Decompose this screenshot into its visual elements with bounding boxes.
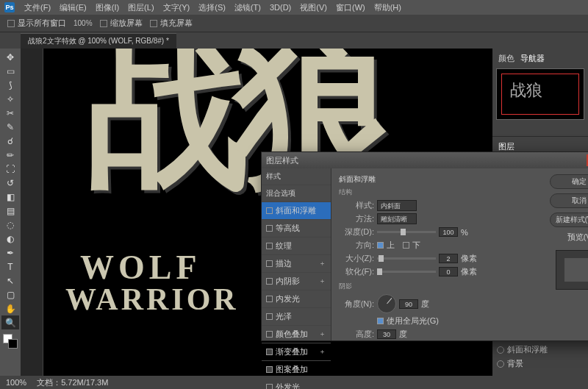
opt-check2[interactable]: [100, 20, 107, 27]
style-item-stroke[interactable]: 描边＋: [262, 255, 331, 273]
soften-value[interactable]: 0: [439, 267, 458, 276]
dir-down-radio[interactable]: [403, 242, 409, 249]
style-label: 样式:: [339, 200, 374, 211]
angle-dial[interactable]: [377, 294, 396, 313]
type-tool[interactable]: T: [1, 260, 19, 274]
style-item-styles[interactable]: 样式: [262, 168, 331, 185]
checkbox-icon[interactable]: [266, 331, 273, 338]
menu-layer[interactable]: 图层(L): [124, 1, 157, 15]
cancel-button[interactable]: 取消: [550, 193, 588, 208]
dialog-titlebar[interactable]: 图层样式 ×: [262, 152, 588, 168]
brush-tool[interactable]: ✏: [1, 148, 19, 162]
checkbox-icon[interactable]: [266, 366, 273, 373]
style-item-satin[interactable]: 光泽: [262, 308, 331, 326]
document-tab[interactable]: 战狼2文字特效 @ 100% (WOLF, RGB/8#) *: [21, 33, 176, 49]
menu-filter[interactable]: 滤镜(T): [231, 1, 265, 15]
depth-slider[interactable]: [377, 231, 436, 233]
zoom-tool[interactable]: 🔍: [1, 315, 19, 329]
layers-tab[interactable]: 图层: [498, 141, 514, 152]
menu-view[interactable]: 视图(V): [296, 1, 331, 15]
heal-tool[interactable]: ☌: [1, 134, 19, 148]
angle-value[interactable]: 90: [399, 299, 418, 309]
style-item-gradoverlay[interactable]: 渐变叠加＋: [262, 343, 331, 361]
menu-help[interactable]: 帮助(H): [370, 1, 405, 15]
opt-check3[interactable]: [150, 20, 157, 27]
checkbox-icon[interactable]: [266, 278, 273, 285]
blur-tool[interactable]: ◌: [1, 218, 19, 232]
zoom-level[interactable]: 100%: [74, 19, 93, 27]
plus-icon[interactable]: ＋: [319, 259, 326, 268]
size-value[interactable]: 2: [439, 254, 458, 263]
style-dropdown[interactable]: 内斜面: [377, 200, 417, 211]
checkbox-icon[interactable]: [266, 313, 273, 320]
method-dropdown[interactable]: 雕刻清晰: [377, 213, 417, 224]
move-tool[interactable]: ✥: [1, 50, 19, 64]
checkbox-icon[interactable]: [266, 225, 273, 232]
opt-check1[interactable]: [7, 20, 15, 27]
path-tool[interactable]: ↖: [1, 274, 19, 288]
ok-button[interactable]: 确定: [550, 174, 588, 189]
pen-tool[interactable]: ✒: [1, 246, 19, 260]
altitude-label: 高度:: [339, 329, 374, 340]
style-item-innerglow[interactable]: 内发光: [262, 290, 331, 308]
plus-icon[interactable]: ＋: [319, 329, 326, 339]
style-item-innershadow[interactable]: 内阴影＋: [262, 273, 331, 290]
plus-icon[interactable]: ＋: [319, 276, 326, 286]
global-light-checkbox[interactable]: [377, 318, 384, 324]
checkbox-icon[interactable]: [266, 349, 273, 355]
altitude-value[interactable]: 30: [377, 329, 396, 339]
menu-edit[interactable]: 编辑(E): [56, 1, 90, 15]
method-label: 方法:: [339, 213, 374, 224]
menu-select[interactable]: 选择(S): [195, 1, 229, 15]
gradient-tool[interactable]: ▤: [1, 204, 19, 218]
wand-tool[interactable]: ✧: [1, 92, 19, 106]
eye-icon[interactable]: [497, 360, 504, 368]
checkbox-icon[interactable]: [266, 296, 273, 302]
nav-tab-color[interactable]: 颜色: [498, 53, 514, 64]
checkbox-icon[interactable]: [266, 207, 273, 214]
size-slider[interactable]: [377, 257, 436, 260]
depth-value[interactable]: 100: [439, 227, 458, 237]
color-swatches[interactable]: [3, 334, 18, 349]
status-zoom[interactable]: 100%: [6, 378, 26, 387]
style-item-coloroverlay[interactable]: 颜色叠加＋: [262, 326, 331, 343]
menu-type[interactable]: 文字(Y): [159, 1, 194, 15]
checkbox-icon[interactable]: [266, 260, 273, 267]
dialog-title: 图层样式: [266, 155, 298, 166]
menu-image[interactable]: 图像(I): [92, 1, 123, 15]
new-style-button[interactable]: 新建样式(W)...: [550, 213, 588, 227]
shape-tool[interactable]: ▢: [1, 288, 19, 301]
crop-tool[interactable]: ✂: [1, 106, 19, 120]
menu-3d[interactable]: 3D(D): [266, 1, 295, 13]
style-item-outerglow[interactable]: 外发光: [262, 379, 331, 389]
style-item-blend[interactable]: 混合选项: [262, 185, 331, 202]
checkbox-icon[interactable]: [266, 384, 273, 389]
stamp-tool[interactable]: ⛶: [1, 162, 19, 176]
nav-tab-navigator[interactable]: 导航器: [520, 53, 545, 64]
navigator-thumb[interactable]: 战狼: [496, 68, 584, 120]
hand-tool[interactable]: ✋: [1, 301, 19, 315]
style-item-patternoverlay[interactable]: 图案叠加: [262, 361, 331, 379]
marquee-tool[interactable]: ▭: [1, 64, 19, 78]
style-item-bevel[interactable]: 斜面和浮雕: [262, 202, 331, 220]
plus-icon[interactable]: ＋: [319, 347, 326, 357]
dodge-tool[interactable]: ◐: [1, 232, 19, 246]
section-shading: 阴影: [339, 282, 538, 291]
dir-up-radio[interactable]: [377, 242, 384, 249]
eyedropper-tool[interactable]: ✎: [1, 120, 19, 134]
opt-label3: 填充屏幕: [160, 18, 193, 29]
style-item-texture[interactable]: 纹理: [262, 238, 331, 255]
eraser-tool[interactable]: ◧: [1, 190, 19, 204]
style-item-contour[interactable]: 等高线: [262, 220, 331, 238]
section-structure: 结构: [339, 188, 538, 197]
history-brush-tool[interactable]: ↺: [1, 176, 19, 190]
menu-window[interactable]: 窗口(W): [332, 1, 369, 15]
layer-bevel[interactable]: 斜面和浮雕: [495, 343, 585, 357]
toolbox: ✥ ▭ ⟆ ✧ ✂ ✎ ☌ ✏ ⛶ ↺ ◧ ▤ ◌ ◐ ✒ T ↖ ▢ ✋ 🔍: [0, 49, 21, 376]
soften-slider[interactable]: [377, 271, 436, 273]
checkbox-icon[interactable]: [266, 243, 273, 249]
lasso-tool[interactable]: ⟆: [1, 78, 19, 92]
layer-bg[interactable]: 背景: [495, 357, 585, 371]
menu-file[interactable]: 文件(F): [21, 1, 54, 15]
eye-icon[interactable]: [497, 346, 504, 354]
